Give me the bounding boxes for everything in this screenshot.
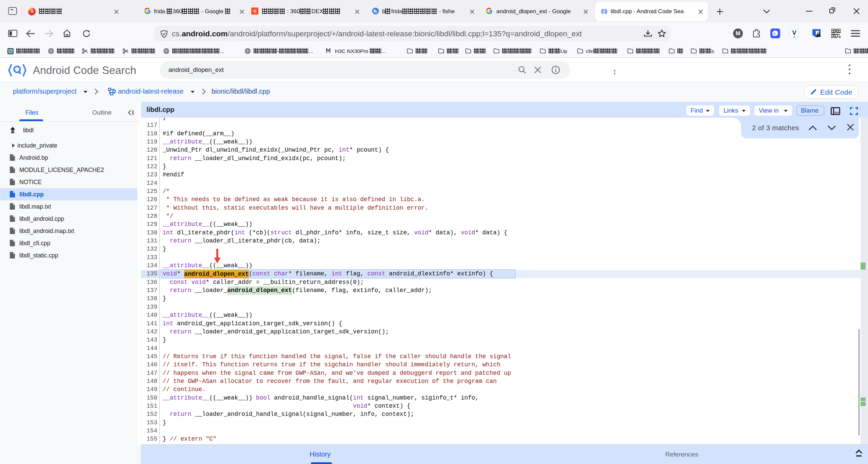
- svg-text:A: A: [773, 32, 776, 35]
